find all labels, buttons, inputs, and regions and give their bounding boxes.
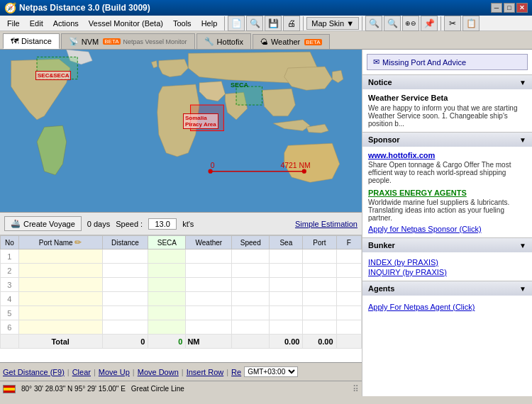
zoom-out-btn[interactable]: 🔍 <box>384 16 401 31</box>
menu-tools[interactable]: Tools <box>169 18 196 29</box>
row-6-port[interactable] <box>18 320 102 335</box>
tab-distance[interactable]: 🗺 Distance <box>3 33 60 49</box>
row-6-sea <box>270 320 303 335</box>
speed-input[interactable] <box>148 218 177 230</box>
simple-estimation-link[interactable]: Simple Estimation <box>295 220 358 228</box>
table-row: 3 <box>1 278 362 292</box>
row-3-portcost <box>303 278 336 292</box>
nvm-tab-icon: 📡 <box>69 37 79 46</box>
re-link[interactable]: Re <box>231 368 241 376</box>
menu-edit[interactable]: Edit <box>26 18 48 29</box>
app-icon: 🧭 <box>4 2 16 13</box>
row-3-port[interactable] <box>18 278 102 292</box>
col-header-weather: Weather <box>186 236 232 249</box>
row-2-port[interactable] <box>18 264 102 278</box>
sep2: | <box>94 368 96 376</box>
row-3-seca <box>148 278 186 292</box>
bunker-header[interactable]: Bunker ▼ <box>362 238 532 252</box>
maximize-button[interactable]: □ <box>504 3 515 13</box>
row-1-weather <box>186 249 232 264</box>
sponsor-apply-link[interactable]: Apply for Netpas Sponsor (Click) <box>368 225 526 233</box>
table-row: 1 <box>1 249 362 264</box>
move-up-link[interactable]: Move Up <box>99 368 130 376</box>
hottofix-link[interactable]: www.hottofix.com <box>368 151 435 159</box>
menu-file[interactable]: File <box>3 18 24 29</box>
close-button[interactable]: ✕ <box>516 3 528 13</box>
sponsor-header[interactable]: Sponsor ▼ <box>362 133 532 147</box>
toolbar-btn-5[interactable]: ⊕⊖ <box>402 16 419 31</box>
row-1-no: 1 <box>1 249 19 264</box>
coordinates: 80° 30' 28.03" N 95° 29' 15.00" E <box>21 385 126 393</box>
voyage-bar: 🚢 Create Voyage 0 days Speed : kt's Simp… <box>0 213 362 235</box>
toolbar-btn-8[interactable]: 📋 <box>462 16 480 31</box>
sep1: | <box>67 368 70 376</box>
row-4-port[interactable] <box>18 292 102 306</box>
notice-header[interactable]: Notice ▼ <box>362 75 532 89</box>
nvm-beta-badge: BETA <box>103 38 120 45</box>
bunker-inquiry-link[interactable]: INQUIRY (by PRAXIS) <box>368 268 526 276</box>
row-2-sea <box>270 264 303 278</box>
minimize-button[interactable]: ─ <box>491 3 502 13</box>
move-down-link[interactable]: Move Down <box>138 368 179 376</box>
table-body: 1 2 <box>1 249 362 349</box>
insert-row-link[interactable]: Insert Row <box>187 368 224 376</box>
toolbar-separator-2 <box>303 16 304 30</box>
row-5-weather <box>186 306 232 320</box>
toolbar-btn-1[interactable]: 📄 <box>228 16 245 31</box>
row-4-f <box>336 292 361 306</box>
map-area[interactable]: 0 4721 NM SEC&SECA SECA SomaliaPiracy Ar… <box>0 50 362 213</box>
toolbar-btn-7[interactable]: ✂ <box>444 16 461 31</box>
row-6-distance <box>102 320 148 335</box>
agents-header[interactable]: Agents ▼ <box>362 281 532 296</box>
row-1-sea <box>270 249 303 264</box>
row-1-port[interactable] <box>18 249 102 264</box>
row-4-no: 4 <box>1 292 19 306</box>
sep4: | <box>182 368 184 376</box>
row-2-distance <box>102 264 148 278</box>
bunker-body: INDEX (by PRAXIS) INQUIRY (by PRAXIS) <box>362 252 532 281</box>
get-distance-link[interactable]: Get Distance (F9) <box>3 368 65 376</box>
row-6-seca <box>148 320 186 335</box>
resize-handle[interactable]: ⠿ <box>353 384 359 394</box>
notice-section: Notice ▼ Weather Service Beta We are hap… <box>362 74 532 132</box>
row-5-no: 5 <box>1 306 19 320</box>
agents-apply-link[interactable]: Apply For Netpas Agent (Click) <box>368 303 526 311</box>
toolbar-btn-4[interactable]: 🖨 <box>283 16 300 31</box>
row-5-port[interactable] <box>18 306 102 320</box>
clear-link[interactable]: Clear <box>72 368 91 376</box>
praxis-link[interactable]: PRAXIS ENERGY AGENTS <box>368 189 526 197</box>
tab-hottofix[interactable]: 🔧 Hottofix <box>196 33 251 49</box>
row-1-distance <box>102 249 148 264</box>
map-skin-select[interactable]: Map Skin ▼ <box>306 17 359 30</box>
total-seca: 0 <box>148 335 186 349</box>
menu-vessel-monitor[interactable]: Vessel Monitor (Beta) <box>84 18 167 29</box>
bunker-index-link[interactable]: INDEX (by PRAXIS) <box>368 258 526 266</box>
praxis-text: Worldwide marine fuel suppliers & lubric… <box>368 198 526 222</box>
total-blank1 <box>232 335 270 349</box>
weather-tab-label: Weather <box>271 38 300 46</box>
create-voyage-button[interactable]: 🚢 Create Voyage <box>4 216 82 231</box>
row-3-sea <box>270 278 303 292</box>
row-1-speed <box>232 249 270 264</box>
toolbar-btn-2[interactable]: 🔍 <box>246 16 263 31</box>
missing-port-button[interactable]: ✉ Missing Port And Advice <box>367 54 528 70</box>
toolbar-btn-3[interactable]: 💾 <box>265 16 282 31</box>
days-label: 0 days <box>87 220 110 228</box>
toolbar-btn-6[interactable]: 📌 <box>421 16 438 31</box>
menu-actions[interactable]: Actions <box>49 18 83 29</box>
row-2-seca <box>148 264 186 278</box>
gmt-select[interactable]: GMT+03:00 GMT+00:00 GMT+01:00 GMT+05:30 <box>244 366 298 377</box>
notice-title: Notice <box>368 78 392 86</box>
zoom-in-btn[interactable]: 🔍 <box>365 16 382 31</box>
total-port-label: Total <box>18 335 102 349</box>
row-4-weather <box>186 292 232 306</box>
menu-help[interactable]: Help <box>197 18 222 29</box>
row-3-speed <box>232 278 270 292</box>
sep3: | <box>133 368 135 376</box>
row-2-portcost <box>303 264 336 278</box>
table-row: 2 <box>1 264 362 278</box>
tab-nvm[interactable]: 📡 NVM BETA Netpas Vessel Monitor <box>61 33 195 49</box>
weather-tab-icon: 🌤 <box>260 38 268 46</box>
tab-weather[interactable]: 🌤 Weather BETA <box>253 34 330 49</box>
missing-port-label: Missing Port And Advice <box>382 58 466 67</box>
